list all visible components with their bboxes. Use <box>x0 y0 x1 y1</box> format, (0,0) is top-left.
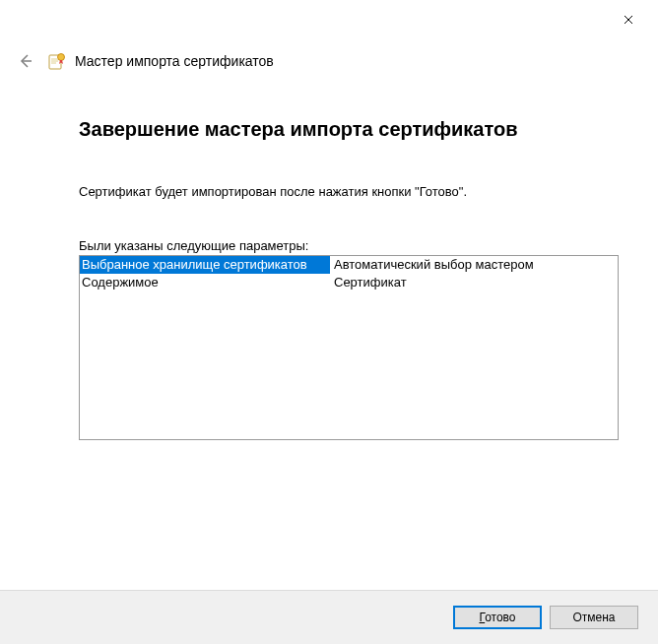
params-listview[interactable]: Выбранное хранилище сертификатов Автомат… <box>79 255 619 440</box>
wizard-content: Завершение мастера импорта сертификатов … <box>79 118 619 561</box>
page-heading: Завершение мастера импорта сертификатов <box>79 118 619 141</box>
wizard-header: Мастер импорта сертификатов <box>0 43 658 79</box>
back-button[interactable] <box>14 49 37 73</box>
wizard-footer: Готово Отмена <box>0 591 658 644</box>
cancel-button[interactable]: Отмена <box>550 606 638 629</box>
certificate-wizard-icon <box>47 51 67 71</box>
finish-button[interactable]: Готово <box>453 606 542 629</box>
param-key: Выбранное хранилище сертификатов <box>80 256 330 274</box>
svg-point-1 <box>58 54 65 61</box>
wizard-title: Мастер импорта сертификатов <box>75 53 274 69</box>
param-row[interactable]: Содержимое Сертификат <box>80 274 618 291</box>
param-value: Сертификат <box>330 274 618 291</box>
close-icon <box>624 12 633 28</box>
arrow-left-icon <box>18 53 33 69</box>
param-row[interactable]: Выбранное хранилище сертификатов Автомат… <box>80 256 618 274</box>
param-value: Автоматический выбор мастером <box>330 256 618 274</box>
params-label: Были указаны следующие параметры: <box>79 238 619 253</box>
close-button[interactable] <box>609 6 648 33</box>
param-key: Содержимое <box>80 274 330 291</box>
instruction-text: Сертификат будет импортирован после нажа… <box>79 184 619 199</box>
